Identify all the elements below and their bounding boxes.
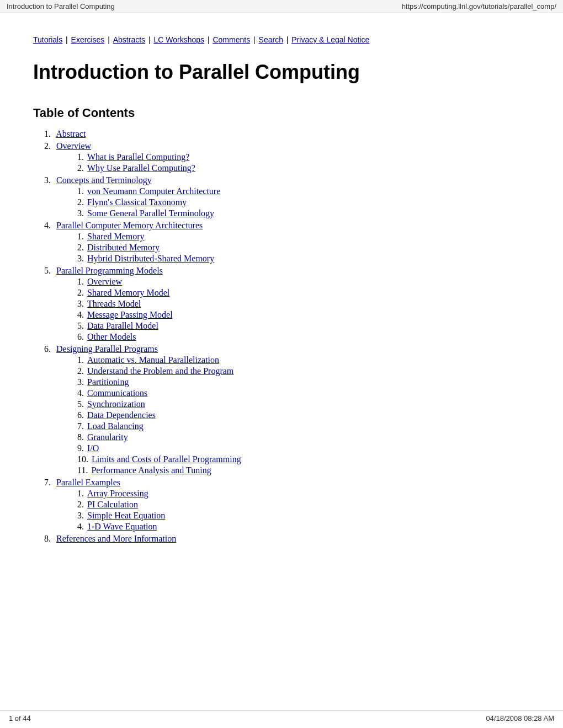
toc-link-6-3[interactable]: Partitioning [87,377,129,387]
nav-sep-3: | [148,35,153,44]
toc-sub-2: What is Parallel Computing? Why Use Para… [44,152,530,173]
toc-item-6-6: Data Dependencies [77,410,530,420]
nav-comments[interactable]: Comments [213,35,250,44]
toc-item-3-1: von Neumann Computer Architecture [77,186,530,196]
toc-link-6-7[interactable]: Load Balancing [87,421,144,431]
toc-item-6-10: Limits and Costs of Parallel Programming [77,454,530,464]
toc-link-5-5[interactable]: Data Parallel Model [87,321,158,330]
toc-link-3-3[interactable]: Some General Parallel Terminology [87,208,214,218]
toc-item-3-3: Some General Parallel Terminology [77,208,530,218]
footer-page-info: 1 of 44 [9,714,31,722]
toc-item-5-6: Other Models [77,332,530,342]
toc-link-2-2[interactable]: Why Use Parallel Computing? [87,163,195,173]
toc-item-7-3: Simple Heat Equation [77,511,530,521]
toc-link-7-1[interactable]: Array Processing [87,489,148,498]
toc-link-4-1[interactable]: Shared Memory [87,232,145,241]
toc-link-5-4[interactable]: Message Passing Model [87,310,173,319]
toc-link-5-6[interactable]: Other Models [87,332,136,341]
toc-link-prog-models[interactable]: Parallel Programming Models [56,266,163,275]
toc-item-6-11: Performance Analysis and Tuning [77,465,530,475]
browser-url: https://computing.llnl.gov/tutorials/par… [402,2,556,10]
toc-link-5-3[interactable]: Threads Model [87,299,141,308]
toc-link-6-2[interactable]: Understand the Problem and the Program [87,366,233,376]
toc-link-3-1[interactable]: von Neumann Computer Architecture [87,186,220,196]
toc-item-5-1: Overview [77,277,530,287]
toc-item-7-4: 1-D Wave Equation [77,522,530,532]
footer-timestamp: 04/18/2008 08:28 AM [486,714,554,722]
toc-link-6-9[interactable]: I/O [87,443,99,453]
toc-link-6-1[interactable]: Automatic vs. Manual Parallelization [87,355,219,365]
nav-abstracts[interactable]: Abstracts [113,35,145,44]
toc-item-2-2: Why Use Parallel Computing? [77,163,530,173]
toc-sub-3: von Neumann Computer Architecture Flynn'… [44,186,530,218]
toc-link-6-10[interactable]: Limits and Costs of Parallel Programming [92,454,241,464]
toc-item-2-1: What is Parallel Computing? [77,152,530,162]
nav-exercises[interactable]: Exercises [71,35,105,44]
toc-item-7: Parallel Examples Array Processing PI Ca… [44,478,530,532]
nav-search[interactable]: Search [259,35,283,44]
toc-item-7-2: PI Calculation [77,500,530,510]
toc-item-5-3: Threads Model [77,299,530,309]
toc-item-6-2: Understand the Problem and the Program [77,366,530,376]
toc-link-references[interactable]: References and More Information [56,534,176,543]
nav-lc-workshops[interactable]: LC Workshops [153,35,204,44]
toc-section: Table of Contents Abstract Overview What… [33,106,530,544]
toc-item-7-1: Array Processing [77,489,530,499]
toc-link-6-6[interactable]: Data Dependencies [87,410,156,420]
toc-item-6-5: Synchronization [77,399,530,409]
toc-link-3-2[interactable]: Flynn's Classical Taxonomy [87,197,187,207]
toc-link-5-1[interactable]: Overview [87,277,122,286]
toc-link-7-3[interactable]: Simple Heat Equation [87,511,165,520]
toc-link-6-11[interactable]: Performance Analysis and Tuning [91,465,211,475]
toc-link-7-2[interactable]: PI Calculation [87,500,138,509]
toc-item-6-7: Load Balancing [77,421,530,431]
toc-item-6-9: I/O [77,443,530,453]
toc-link-7-4[interactable]: 1-D Wave Equation [87,522,157,531]
nav-sep-4: | [208,35,212,44]
toc-item-6-1: Automatic vs. Manual Parallelization [77,355,530,365]
toc-sub-6: Automatic vs. Manual Parallelization Und… [44,355,530,475]
toc-item-1: Abstract [44,129,530,139]
toc-item-6: Designing Parallel Programs Automatic vs… [44,344,530,475]
page-title: Introduction to Parallel Computing [33,61,530,84]
toc-sub-7: Array Processing PI Calculation Simple H… [44,489,530,532]
toc-sub-5: Overview Shared Memory Model Threads Mod… [44,277,530,342]
toc-link-2-1[interactable]: What is Parallel Computing? [87,152,189,162]
toc-item-6-8: Granularity [77,432,530,442]
nav-sep-6: | [286,35,291,44]
toc-link-4-3[interactable]: Hybrid Distributed-Shared Memory [87,254,214,263]
toc-item-5: Parallel Programming Models Overview Sha… [44,266,530,342]
toc-link-6-4[interactable]: Communications [87,388,147,398]
toc-link-abstract[interactable]: Abstract [56,129,86,138]
toc-link-overview[interactable]: Overview [56,141,91,151]
toc-item-3-2: Flynn's Classical Taxonomy [77,197,530,207]
toc-item-6-3: Partitioning [77,377,530,387]
nav-sep-1: | [66,35,70,44]
toc-link-4-2[interactable]: Distributed Memory [87,243,160,252]
toc-item-5-4: Message Passing Model [77,310,530,320]
nav-bar: Tutorials | Exercises | Abstracts | LC W… [33,35,530,44]
toc-link-memory-arch[interactable]: Parallel Computer Memory Architectures [56,221,203,230]
toc-item-3: Concepts and Terminology von Neumann Com… [44,175,530,218]
toc-heading: Table of Contents [33,106,530,120]
toc-item-8: References and More Information [44,534,530,544]
page-footer: 1 of 44 04/18/2008 08:28 AM [0,710,563,722]
browser-titlebar: Introduction to Parallel Computing https… [0,0,563,13]
nav-sep-2: | [108,35,112,44]
toc-item-4-2: Distributed Memory [77,243,530,253]
toc-item-5-5: Data Parallel Model [77,321,530,331]
toc-item-2: Overview What is Parallel Computing? Why… [44,141,530,173]
toc-list: Abstract Overview What is Parallel Compu… [33,129,530,544]
nav-privacy[interactable]: Privacy & Legal Notice [291,35,369,44]
toc-link-6-8[interactable]: Granularity [87,432,128,442]
toc-item-6-4: Communications [77,388,530,398]
toc-link-concepts[interactable]: Concepts and Terminology [56,175,152,185]
toc-item-4-1: Shared Memory [77,232,530,242]
nav-tutorials[interactable]: Tutorials [33,35,62,44]
toc-link-6-5[interactable]: Synchronization [87,399,145,409]
toc-item-4: Parallel Computer Memory Architectures S… [44,221,530,264]
toc-link-designing[interactable]: Designing Parallel Programs [56,344,158,354]
toc-link-examples[interactable]: Parallel Examples [56,478,120,487]
toc-link-5-2[interactable]: Shared Memory Model [87,288,169,297]
toc-sub-4: Shared Memory Distributed Memory Hybrid … [44,232,530,264]
